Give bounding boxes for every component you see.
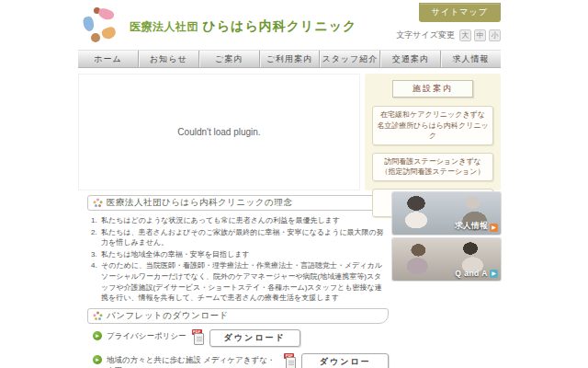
logo-figure-icon xyxy=(82,16,95,32)
nav-item-staff[interactable]: スタッフ紹介 xyxy=(320,51,380,67)
qa-photo-banner[interactable]: Q and A ▶ xyxy=(392,238,501,281)
philosophy-section-header: 医療法人社団ひらはら内科クリニックの理念 xyxy=(87,195,389,211)
download-label[interactable]: プライバシーポリシー xyxy=(107,331,187,342)
facility-line2: 名立診療所ひらはら内科クリニック xyxy=(377,121,489,141)
main-content-column: 医療法人社団ひらはら内科クリニックの理念 1. 私たちはどのような状況にあっても… xyxy=(87,195,389,368)
pdf-file-icon: PDF xyxy=(284,353,298,368)
qa-banner-label: Q and A xyxy=(455,269,488,278)
logo-figure-icon xyxy=(97,7,116,22)
logo-figure-icon xyxy=(100,26,117,40)
page-container: 医療法人社団 ひらはら内科クリニック サイトマップ 文字サイズ変更 大 中 小 … xyxy=(78,3,501,368)
fontsize-small-button[interactable]: 小 xyxy=(489,29,501,41)
nav-item-access[interactable]: 交通案内 xyxy=(380,51,441,67)
fontsize-large-button[interactable]: 大 xyxy=(459,29,471,41)
downloads-title: パンフレットのダウンロード xyxy=(107,310,229,322)
philosophy-item: 3. 私たちは地域全体の幸福・安寧を目指します xyxy=(91,249,389,260)
site-title-main: ひらはら内科クリニック xyxy=(202,18,356,33)
philosophy-list: 1. 私たちはどのような状況にあっても常に患者さんの利益を最優先します 2. 私… xyxy=(87,211,389,304)
main-nav: ホーム お知らせ ご案内 ご利用案内 スタッフ紹介 交通案内 求人情報 xyxy=(78,50,501,68)
philosophy-item: 2. 私たちは、患者さんおよびそのご家族が最終的に幸福・安寧になるように最大限の… xyxy=(91,227,389,248)
site-title-prefix: 医療法人社団 xyxy=(130,20,198,33)
nav-item-home[interactable]: ホーム xyxy=(78,51,139,67)
facility-link-kizuna-clinic[interactable]: 在宅緩和ケアクリニックきずな 名立診療所ひらはら内科クリニック xyxy=(372,106,493,145)
philosophy-title: 医療法人社団ひらはら内科クリニックの理念 xyxy=(107,197,292,209)
download-button-medicare-kida[interactable]: ダウンロード xyxy=(301,353,389,368)
pdf-file-icon: PDF xyxy=(192,329,206,345)
downloads-section-header: パンフレットのダウンロード xyxy=(87,308,389,324)
download-button-privacy-policy[interactable]: ダウンロード xyxy=(209,329,300,347)
philosophy-item-number: 2. xyxy=(91,227,101,248)
green-arrow-bullet-icon: ▸ xyxy=(93,355,102,364)
facility-guide-title[interactable]: 施設案内 xyxy=(392,80,473,98)
pdf-doc-shape xyxy=(194,333,204,345)
philosophy-item-text: 私たちはどのような状況にあっても常に患者さんの利益を最優先します xyxy=(101,215,389,226)
download-row-privacy-policy: ▸ プライバシーポリシー PDF ダウンロード xyxy=(93,329,389,347)
page-title: 医療法人社団 ひらはら内科クリニック xyxy=(130,17,356,35)
download-label[interactable]: 地域の方々と共に歩む施設 メディケアきずな・木田 xyxy=(107,355,278,368)
philosophy-item-number: 1. xyxy=(91,215,101,226)
philosophy-item-number: 3. xyxy=(91,249,101,260)
nav-item-guide[interactable]: ご案内 xyxy=(199,51,260,67)
clinic-logo-icon[interactable] xyxy=(82,6,122,45)
green-arrow-bullet-icon: ▸ xyxy=(93,331,102,340)
nav-item-usage[interactable]: ご利用案内 xyxy=(260,51,321,67)
logo-figure-icon xyxy=(91,33,100,42)
fontsize-medium-button[interactable]: 中 xyxy=(474,29,486,41)
fontsize-label: 文字サイズ変更 xyxy=(396,29,455,41)
philosophy-item: 1. 私たちはどのような状況にあっても常に患者さんの利益を最優先します xyxy=(91,215,389,226)
downloads-list: ▸ プライバシーポリシー PDF ダウンロード ▸ 地域の方々と共に歩む施設 メ… xyxy=(87,324,389,368)
philosophy-item-text: 私たちは地域全体の幸福・安寧を目指します xyxy=(101,249,389,260)
flower-icon xyxy=(93,311,103,321)
plugin-error-text: Couldn't load plugin. xyxy=(177,127,260,137)
philosophy-item: 4. そのために、当院医師・看護師・理学療法士・作業療法士・言語聴覚士・メディカ… xyxy=(91,260,389,303)
philosophy-item-text: そのために、当院医師・看護師・理学療法士・作業療法士・言語聴覚士・メディカルソー… xyxy=(101,260,389,303)
nav-item-jobs[interactable]: 求人情報 xyxy=(441,51,501,67)
jobs-photo-banner[interactable]: 求人情報 ▶ xyxy=(392,192,501,235)
pdf-doc-shape xyxy=(286,357,296,368)
facility-line1: 訪問看護ステーションきずな xyxy=(384,157,481,166)
flash-plugin-area[interactable]: Couldn't load plugin. xyxy=(78,74,360,190)
philosophy-item-text: 私たちは、患者さんおよびそのご家族が最終的に幸福・安寧になるように最大限の努力を… xyxy=(101,227,389,248)
flower-icon xyxy=(93,198,103,208)
facility-line1: 在宅緩和ケアクリニックきずな xyxy=(380,110,485,119)
arrow-right-icon: ▶ xyxy=(490,224,498,232)
jobs-banner-label: 求人情報 xyxy=(455,221,488,232)
facility-guide-panel: 施設案内 在宅緩和ケアクリニックきずな 名立診療所ひらはら内科クリニック 訪問看… xyxy=(365,74,501,190)
site-header: 医療法人社団 ひらはら内科クリニック サイトマップ 文字サイズ変更 大 中 小 xyxy=(78,3,501,48)
main-banner-row: Couldn't load plugin. 施設案内 在宅緩和ケアクリニックきず… xyxy=(78,74,501,190)
facility-line2: （指定訪問看護ステーション） xyxy=(381,167,485,176)
sitemap-button[interactable]: サイトマップ xyxy=(419,3,501,22)
nav-item-news[interactable]: お知らせ xyxy=(139,51,199,67)
facility-link-visiting-nurse[interactable]: 訪問看護ステーションきずな （指定訪問看護ステーション） xyxy=(372,153,493,181)
fontsize-control: 文字サイズ変更 大 中 小 xyxy=(396,29,501,41)
download-row-medicare-kida: ▸ 地域の方々と共に歩む施設 メディケアきずな・木田 PDF ダウンロード xyxy=(93,353,389,368)
arrow-right-icon: ▶ xyxy=(490,270,498,278)
philosophy-item-number: 4. xyxy=(91,260,101,303)
